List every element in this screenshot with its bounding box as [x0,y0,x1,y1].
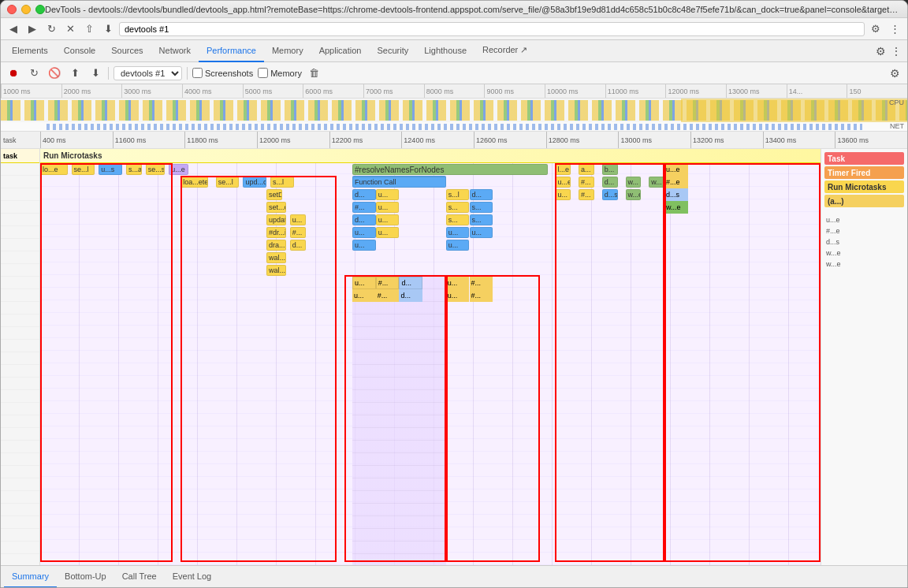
flame-block[interactable]: d... [290,240,306,251]
flame-block[interactable]: u...e [555,177,571,188]
forward-button[interactable]: ▶ [24,21,40,37]
flame-block[interactable]: s... [446,202,470,213]
flame-chart-content[interactable]: Run Microtasks lo...e se...l u...s s...a… [40,149,821,565]
flame-block[interactable]: u... [376,189,400,200]
mid-block[interactable]: u... [352,277,376,289]
tab-performance[interactable]: Performance [199,40,264,62]
flame-block[interactable]: d...s [602,189,618,200]
flame-block[interactable]: #dr...ine [266,227,286,238]
mid-block[interactable]: u... [446,289,470,302]
cpu-track[interactable]: CPU [1,99,907,122]
flame-block[interactable]: s...l [270,177,294,188]
address-bar[interactable] [119,22,865,36]
flame-block[interactable]: u... [446,240,470,251]
flame-block[interactable]: u... [352,240,376,251]
home-button[interactable]: ⇧ [81,21,97,37]
tab-recorder[interactable]: Recorder ↗ [474,40,535,62]
tab-call-tree[interactable]: Call Tree [114,566,165,588]
flame-block[interactable]: d... [602,177,618,188]
flame-block[interactable]: u... [290,214,306,225]
flame-block[interactable]: se...l [216,177,240,188]
flame-block[interactable]: w... [626,177,642,188]
tab-application[interactable]: Application [311,40,370,62]
flame-block[interactable]: u... [376,214,400,225]
flame-block[interactable]: wal...ode [266,265,286,276]
perf-settings-icon[interactable]: ⚙ [887,65,902,81]
maximize-button[interactable] [35,5,45,14]
mid-block[interactable]: #... [470,277,493,289]
memory-checkbox[interactable] [258,68,268,78]
mid-block[interactable]: u... [352,289,376,302]
settings-icon[interactable]: ⚙ [868,21,884,37]
flame-block[interactable]: l...e [555,164,571,175]
close-button[interactable] [7,5,17,14]
mid-block[interactable]: #... [470,289,493,302]
tab-summary[interactable]: Summary [4,566,57,588]
tab-console[interactable]: Console [56,40,103,62]
reload-record-button[interactable]: ↻ [26,65,42,81]
flame-block[interactable]: s...l [446,189,470,200]
flame-block[interactable]: a... [579,164,594,175]
flame-block[interactable]: u...e [169,164,188,175]
more-icon[interactable]: ⋮ [887,21,902,37]
flame-block[interactable]: d... [470,189,493,200]
net-track[interactable]: NET [1,122,907,132]
flame-block[interactable]: lo...e [40,164,68,175]
right-block[interactable]: u...e [664,163,688,176]
flame-block[interactable]: s... [470,202,493,213]
upload-button[interactable]: ⬆ [67,65,83,81]
download-button[interactable]: ⬇ [100,21,116,37]
devtools-more-icon[interactable]: ⋮ [888,43,904,59]
tab-memory[interactable]: Memory [264,40,311,62]
mid-block[interactable]: d... [399,289,422,302]
tab-lighthouse[interactable]: Lighthouse [416,40,474,62]
flame-block[interactable]: dra...ies [266,240,286,251]
flame-block[interactable]: u... [352,227,376,238]
flame-block[interactable]: u... [470,227,493,238]
mid-block[interactable]: #... [376,289,400,302]
minimize-button[interactable] [21,5,31,14]
flame-block[interactable]: loa...ete [180,177,208,188]
clear-button[interactable]: 🚫 [47,65,62,81]
flame-block[interactable]: #... [579,177,594,188]
devtools-settings-icon[interactable]: ⚙ [873,43,888,59]
tab-event-log[interactable]: Event Log [165,566,220,588]
flame-block[interactable]: update [266,214,286,225]
record-button[interactable]: ⏺ [6,65,21,81]
flame-block[interactable]: wal...ree [266,252,286,263]
flame-block[interactable]: d... [352,214,376,225]
tab-sources[interactable]: Sources [103,40,151,62]
screenshots-checkbox[interactable] [192,68,203,78]
flame-block[interactable]: set...ols [266,202,286,213]
download-record-button[interactable]: ⬇ [87,65,103,81]
flame-block[interactable]: #... [579,189,594,200]
flame-block[interactable]: u... [376,227,400,238]
flame-block[interactable]: #... [290,227,306,238]
right-block[interactable]: d...s [664,188,688,201]
tab-network[interactable]: Network [151,40,199,62]
flame-block[interactable]: u...s [99,164,122,175]
flame-block[interactable]: #... [352,202,376,213]
timeline-overview[interactable]: 1000 ms 2000 ms 3000 ms 4000 ms 5000 ms … [1,84,907,132]
reload-button[interactable]: ↻ [43,21,59,37]
tab-security[interactable]: Security [369,40,416,62]
flame-block[interactable]: s... [446,214,470,225]
flame-block[interactable]: se...l [72,164,95,175]
trash-button[interactable]: 🗑 [307,65,322,81]
flame-block[interactable]: u... [376,202,400,213]
flame-block-fc[interactable]: Function Call [352,177,446,188]
right-block[interactable]: w...e [664,201,688,214]
tab-bottom-up[interactable]: Bottom-Up [57,566,114,588]
mid-block[interactable]: #... [376,277,400,289]
flame-block[interactable]: d... [352,189,376,200]
flame-block-resolve[interactable]: #resolveNamesForNodes [352,164,548,175]
stop-button[interactable]: ✕ [62,21,78,37]
right-block[interactable]: #...e [664,176,688,188]
flame-block[interactable]: w...e [626,189,642,200]
flame-block[interactable]: se...s [146,164,166,175]
flame-block[interactable]: upd...ols [243,177,266,188]
flame-block[interactable]: b... [602,164,618,175]
flame-block[interactable]: w... [649,177,664,188]
mid-block[interactable]: u... [446,277,470,289]
back-button[interactable]: ◀ [6,21,21,37]
